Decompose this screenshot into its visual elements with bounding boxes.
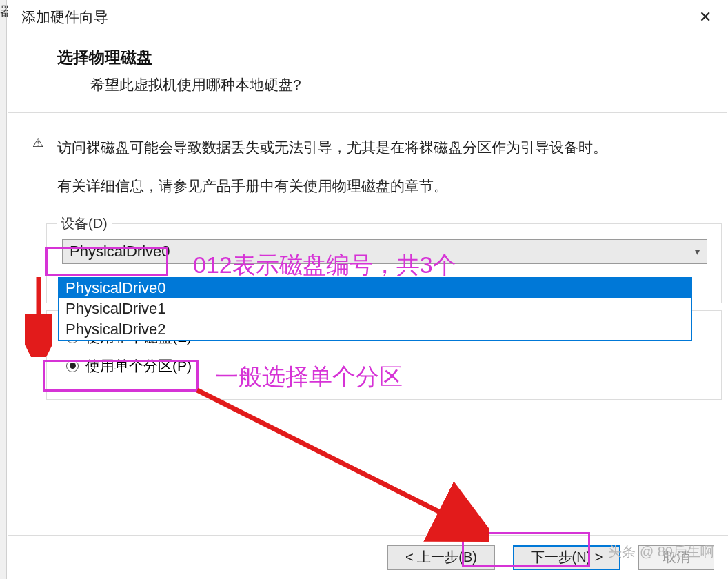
next-button[interactable]: 下一步(N) > [513,545,620,570]
watermark-text: 头条 @ 80后生啊 [608,542,714,561]
dropdown-item[interactable]: PhysicalDrive0 [59,278,691,298]
warning-text: 访问裸磁盘可能会导致数据丢失或无法引导，尤其是在将裸磁盘分区作为引导设备时。 有… [57,134,711,200]
warning-icon: ⚠ [32,134,48,200]
wizard-header: 选择物理磁盘 希望此虚拟机使用哪种本地硬盘? [8,34,727,113]
device-legend: 设备(D) [57,214,112,233]
window-title: 添加硬件向导 [21,8,691,27]
device-selected-value: PhysicalDrive0 [70,243,170,261]
close-button[interactable]: ✕ [691,3,719,31]
back-button[interactable]: < 上一步(B) [387,545,495,570]
warning-line-2: 有关详细信息，请参见产品手册中有关使用物理磁盘的章节。 [57,172,711,200]
device-dropdown-list[interactable]: PhysicalDrive0 PhysicalDrive1 PhysicalDr… [58,277,692,341]
warning-line-1: 访问裸磁盘可能会导致数据丢失或无法引导，尤其是在将裸磁盘分区作为引导设备时。 [57,134,711,161]
page-heading: 选择物理磁盘 [57,47,700,68]
close-icon: ✕ [699,8,711,26]
warning-block: ⚠ 访问裸磁盘可能会导致数据丢失或无法引导，尤其是在将裸磁盘分区作为引导设备时。… [32,134,711,200]
device-combobox[interactable]: PhysicalDrive0 ▾ [62,239,707,264]
background-window-sliver: 器 [0,0,7,579]
wizard-content: ⚠ 访问裸磁盘可能会导致数据丢失或无法引导，尤其是在将裸磁盘分区作为引导设备时。… [8,113,727,400]
page-subheading: 希望此虚拟机使用哪种本地硬盘? [90,75,700,94]
titlebar: 添加硬件向导 ✕ [8,0,727,34]
radio-single-partition[interactable]: 使用单个分区(P) [62,356,706,376]
dropdown-item[interactable]: PhysicalDrive2 [59,319,691,340]
chevron-down-icon: ▾ [695,246,700,257]
radio-icon [66,360,79,372]
radio-single-label: 使用单个分区(P) [85,356,192,376]
dropdown-item[interactable]: PhysicalDrive1 [59,298,691,319]
